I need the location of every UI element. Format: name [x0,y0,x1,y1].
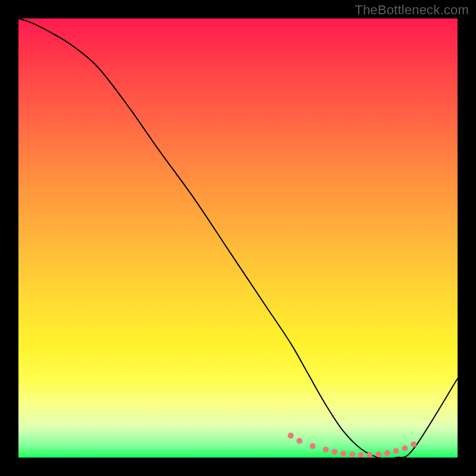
marker-dot [358,452,364,458]
marker-dot [393,448,399,454]
marker-dot [331,449,337,455]
marker-dot [349,452,355,458]
main-curve [18,18,458,458]
curve-svg [18,18,458,458]
marker-dot [340,450,346,456]
marker-dot [310,443,316,449]
marker-dots [288,433,417,458]
chart-frame: TheBottleneck.com [0,0,476,476]
marker-dot [375,452,381,458]
marker-dot [402,446,408,452]
marker-dot [296,438,302,444]
marker-dot [323,447,329,453]
watermark-text: TheBottleneck.com [355,2,469,18]
marker-dot [288,433,294,439]
plot-area [18,18,458,458]
marker-dot [411,441,416,447]
marker-dot [384,450,390,456]
